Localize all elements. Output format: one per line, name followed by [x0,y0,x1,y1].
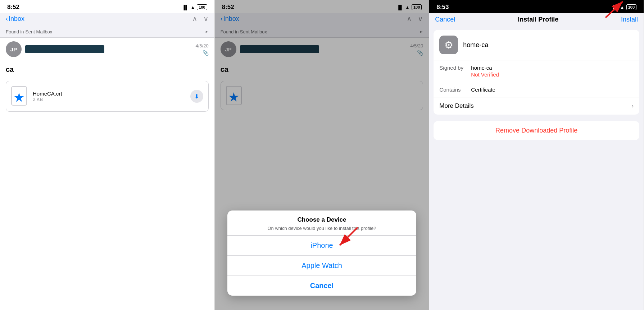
prev-arrow[interactable]: ∧ [192,14,198,23]
profile-details: Signed by home-ca Not Verified Contains … [434,60,639,97]
signed-by-row: Signed by home-ca Not Verified [434,60,639,82]
contains-row: Contains Certificate [434,82,639,97]
install-button-wrap: Install [621,16,638,23]
nav-bar-1: ‹ Inbox ∧ ∨ [0,13,214,26]
email-body-1: ca [0,61,214,78]
attachment-1: HomeCA.crt 2 KB ⬇ [6,81,209,112]
cancel-button[interactable]: Cancel [435,16,455,23]
star-shape-1 [14,93,24,103]
profile-card: ⚙ home-ca Signed by home-ca Not Verified… [434,30,639,115]
file-icon-body-1 [11,86,27,106]
chevron-right-icon: › [632,103,634,109]
more-details-row[interactable]: More Details › [434,97,639,115]
sent-banner-text-1: Found in Sent Mailbox [6,29,52,34]
download-icon-1: ⬇ [194,93,199,100]
file-badge-1 [14,93,24,103]
forward-icon-1: ➣ [205,29,209,34]
paperclip-icon-1: 📎 [203,50,209,56]
status-icons-1: ▐▌ ▲ 100 [182,4,207,10]
file-icon-wrap-1 [11,86,28,106]
status-bar-1: 8:52 ▐▌ ▲ 100 [0,0,214,13]
nav-arrows-1: ∧ ∨ [192,14,209,23]
email-date-1: 4/5/20 [196,43,209,48]
more-details-label: More Details [439,102,473,110]
signed-by-label: Signed by [439,65,468,71]
email-row-1: JP 4/5/20 📎 [0,38,214,61]
battery-icon-1: 100 [197,4,207,10]
iphone-option[interactable]: iPhone [227,236,416,255]
arrow-annotation-install [602,0,627,19]
panel-1: 8:52 ▐▌ ▲ 100 ‹ Inbox ∧ ∨ Found in Sent … [0,0,215,310]
action-sheet: Choose a Device On which device would yo… [227,210,416,296]
profile-header: ⚙ home-ca [434,30,639,60]
install-profile-title: Install Profile [518,16,558,23]
gear-icon: ⚙ [439,36,458,54]
signed-by-value: home-ca [471,65,499,71]
email-content-1 [25,45,192,53]
file-size-1: 2 KB [33,97,186,102]
panel-2: 8:52 ▐▌ ▲ 100 ‹ Inbox ∧ ∨ Found in Sent … [215,0,430,310]
action-sheet-title: Choose a Device [227,210,416,225]
choose-device-overlay: Choose a Device On which device would yo… [215,0,429,310]
battery-icon-3: 100 [626,4,636,10]
install-nav: Cancel Install Profile Install [429,13,644,27]
email-right-1: 4/5/20 📎 [196,43,209,56]
inbox-back-label: Inbox [9,15,24,23]
action-sheet-subtitle: On which device would you like to instal… [227,225,416,235]
apple-watch-option[interactable]: Apple Watch [227,256,416,276]
email-subject-1 [25,45,104,53]
avatar-1: JP [6,41,22,57]
signal-icon-1: ▐▌ [182,5,189,10]
dialog-cancel[interactable]: Cancel [227,276,416,296]
remove-profile-card[interactable]: Remove Downloaded Profile [434,121,639,140]
file-info-1: HomeCA.crt 2 KB [33,91,186,102]
file-name-1: HomeCA.crt [33,91,186,97]
remove-profile-label: Remove Downloaded Profile [495,127,577,134]
chevron-left-icon: ‹ [6,15,8,23]
download-button-1[interactable]: ⬇ [190,90,203,103]
contains-label: Contains [439,87,468,93]
signed-by-values: home-ca Not Verified [471,65,499,78]
profile-name: home-ca [463,41,488,49]
status-time-3: 8:53 [436,4,449,11]
next-arrow[interactable]: ∨ [203,14,209,23]
wifi-icon-1: ▲ [190,5,195,10]
svg-line-3 [606,1,623,18]
panel-3: 8:53 ▐▌ ▲ 100 Cancel Install Profile Ins… [429,0,644,310]
not-verified-label: Not Verified [471,71,499,78]
nav-back-1[interactable]: ‹ Inbox [6,15,24,23]
contains-value: Certificate [471,87,495,93]
status-time-1: 8:52 [7,4,19,11]
sent-banner-1: Found in Sent Mailbox ➣ [0,26,214,38]
